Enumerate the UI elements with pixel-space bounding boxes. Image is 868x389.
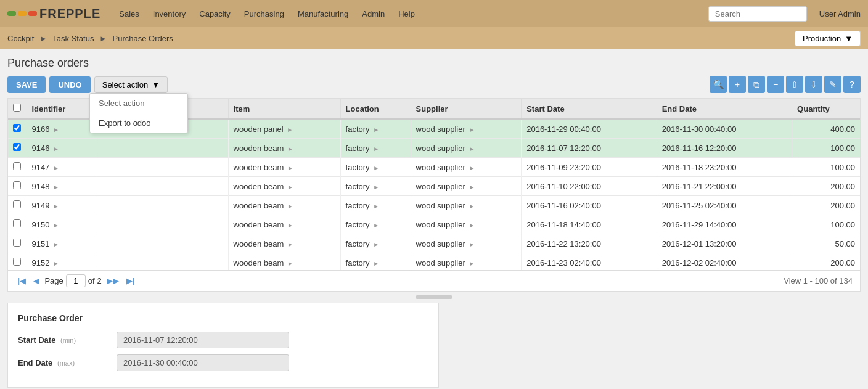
row-quantity: 200.00	[792, 177, 860, 196]
save-button[interactable]: SAVE	[7, 76, 46, 93]
row-checkbox-cell[interactable]	[8, 196, 27, 215]
of-label: of	[88, 276, 95, 285]
table-row: 9152 ► wooden beam ► factory ► wood supp…	[8, 253, 860, 271]
row-checkbox-cell[interactable]	[8, 177, 27, 196]
row-supplier: wood supplier ►	[411, 158, 522, 177]
nav-inventory[interactable]: Inventory	[147, 7, 192, 21]
logo: FREPPLE	[7, 7, 100, 21]
nav-capacity[interactable]: Capacity	[193, 7, 237, 21]
minus-icon-btn[interactable]: −	[767, 76, 784, 93]
row-checkbox[interactable]	[13, 258, 21, 266]
row-quantity: 100.00	[792, 158, 860, 177]
row-checkbox-cell[interactable]	[8, 158, 27, 177]
row-item-arrow: ►	[287, 222, 293, 229]
row-checkbox-cell[interactable]	[8, 215, 27, 234]
row-inv-status	[97, 253, 229, 271]
row-quantity: 200.00	[792, 196, 860, 215]
row-checkbox[interactable]	[13, 143, 21, 151]
undo-button[interactable]: UNDO	[49, 76, 90, 93]
row-supplier-arrow: ►	[469, 260, 475, 267]
toolbar-right: 🔍 + ⧉ − ⇧ ⇩ ✎ ?	[710, 76, 861, 93]
up-icon-btn[interactable]: ⇧	[786, 76, 803, 93]
select-all-checkbox[interactable]	[13, 104, 21, 112]
search-icon-btn[interactable]: 🔍	[710, 76, 727, 93]
last-page-btn[interactable]: ▶|	[124, 275, 137, 287]
row-location: factory ►	[340, 196, 411, 215]
down-icon-btn[interactable]: ⇩	[805, 76, 822, 93]
row-checkbox[interactable]	[13, 162, 21, 170]
row-id: 9149 ►	[27, 196, 97, 215]
end-date-input[interactable]	[117, 354, 289, 371]
nav-admin[interactable]: Admin	[356, 7, 391, 21]
start-date-input[interactable]	[117, 332, 289, 348]
breadcrumb-cockpit[interactable]: Cockpit	[7, 34, 34, 43]
row-item: wooden beam ►	[228, 196, 340, 215]
toolbar: SAVE UNDO Select action ▼ Select action …	[7, 76, 861, 93]
copy-icon-btn[interactable]: ⧉	[748, 76, 765, 93]
row-quantity: 100.00	[792, 139, 860, 158]
dropdown-header: Select action	[90, 94, 187, 113]
row-end-date: 2016-11-18 23:20:00	[657, 158, 792, 177]
page-title: Purchase orders	[7, 57, 861, 70]
select-action-button[interactable]: Select action ▼	[94, 76, 168, 93]
production-button[interactable]: Production ▼	[795, 31, 861, 46]
breadcrumb-current: Purchase Orders	[113, 34, 173, 43]
nav-sales[interactable]: Sales	[113, 7, 145, 21]
nav-manufacturing[interactable]: Manufacturing	[292, 7, 354, 21]
col-location: Location	[340, 99, 411, 119]
row-location-arrow: ►	[373, 184, 379, 190]
row-location: factory ►	[340, 139, 411, 158]
row-item-arrow: ►	[287, 126, 293, 133]
edit-icon-btn[interactable]: ✎	[824, 76, 841, 93]
row-checkbox-cell[interactable]	[8, 119, 27, 139]
nav-purchasing[interactable]: Purchasing	[238, 7, 290, 21]
row-checkbox[interactable]	[13, 200, 21, 208]
copy-icon: ⧉	[753, 80, 760, 90]
table-row: 9147 ► wooden beam ► factory ► wood supp…	[8, 158, 860, 177]
row-item: wooden beam ►	[228, 139, 340, 158]
row-checkbox[interactable]	[13, 181, 21, 189]
row-supplier: wood supplier ►	[411, 177, 522, 196]
row-location-arrow: ►	[373, 222, 379, 229]
table-row: 9150 ► wooden beam ► factory ► wood supp…	[8, 215, 860, 234]
row-checkbox-cell[interactable]	[8, 234, 27, 253]
breadcrumb-task-status[interactable]: Task Status	[52, 34, 94, 43]
row-supplier: wood supplier ►	[411, 119, 522, 139]
row-inv-status	[97, 177, 229, 196]
row-id: 9146 ►	[27, 139, 97, 158]
search-input[interactable]	[708, 6, 807, 22]
row-end-date: 2016-11-25 02:40:00	[657, 196, 792, 215]
header-checkbox[interactable]	[8, 99, 27, 119]
row-id: 9151 ►	[27, 234, 97, 253]
breadcrumb-sep-1: ►	[39, 34, 47, 43]
row-start-date: 2016-11-23 02:40:00	[522, 253, 657, 271]
row-checkbox-cell[interactable]	[8, 139, 27, 158]
row-supplier-arrow: ►	[469, 241, 475, 248]
page-label: Page	[44, 276, 63, 285]
row-checkbox-cell[interactable]	[8, 253, 27, 271]
row-item-arrow: ►	[287, 241, 293, 248]
row-id-arrow: ►	[53, 126, 59, 133]
help-icon-btn[interactable]: ?	[843, 76, 861, 93]
row-supplier-arrow: ►	[469, 222, 475, 229]
first-page-btn[interactable]: |◀	[15, 275, 28, 287]
panel-title: Purchase Order	[18, 313, 428, 323]
row-checkbox[interactable]	[13, 124, 21, 132]
row-id: 9152 ►	[27, 253, 97, 271]
page-input[interactable]	[66, 274, 86, 287]
add-icon-btn[interactable]: +	[729, 76, 746, 93]
row-start-date: 2016-11-16 02:40:00	[522, 196, 657, 215]
up-arrow-icon: ⇧	[791, 80, 798, 89]
start-date-label: Start Date (min)	[18, 335, 117, 345]
resize-handle[interactable]	[416, 295, 452, 299]
prev-page-btn[interactable]: ◀	[31, 275, 42, 287]
row-checkbox[interactable]	[13, 239, 21, 247]
nav-links: Sales Inventory Capacity Purchasing Manu…	[113, 7, 708, 21]
row-supplier: wood supplier ►	[411, 253, 522, 271]
row-checkbox[interactable]	[13, 219, 21, 227]
row-id-arrow: ►	[53, 184, 59, 190]
dropdown-item-export[interactable]: Export to odoo	[90, 113, 187, 133]
nav-help[interactable]: Help	[392, 7, 421, 21]
next-page-btn[interactable]: ▶▶	[104, 275, 121, 287]
logo-dot-green	[7, 11, 16, 16]
